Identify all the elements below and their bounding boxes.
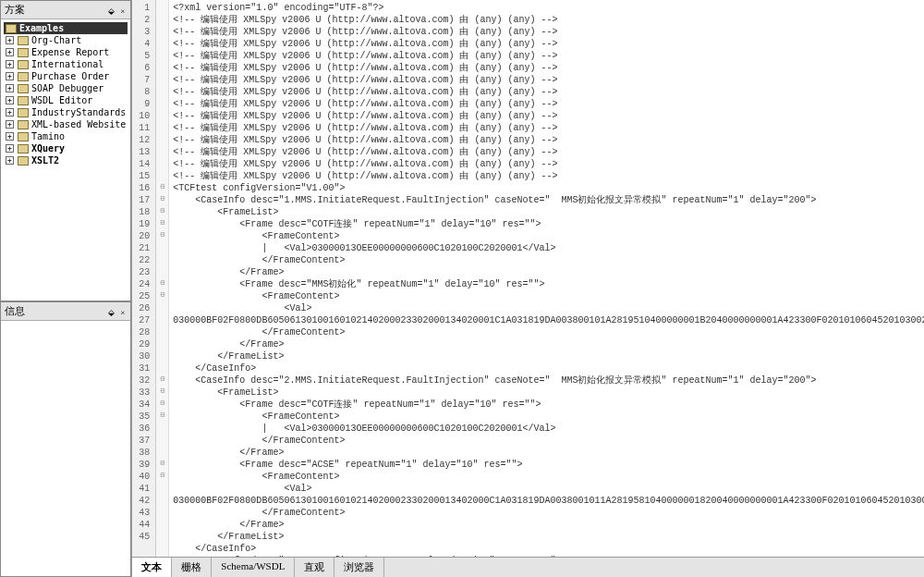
code-line[interactable]: <FrameContent> <box>173 471 924 483</box>
scheme-title: 方案 <box>5 3 25 17</box>
tab-4[interactable]: 浏览器 <box>334 558 384 577</box>
tree-item[interactable]: +IndustryStandards <box>4 106 128 118</box>
folder-icon <box>6 24 17 33</box>
expand-icon[interactable]: + <box>6 144 14 153</box>
code-line[interactable]: <FrameContent> <box>173 411 924 423</box>
tree-label: Org-Chart <box>31 35 81 45</box>
expand-icon[interactable]: + <box>6 120 14 129</box>
code-line[interactable]: </FrameContent> <box>173 254 924 266</box>
folder-icon <box>18 120 29 129</box>
close-icon[interactable]: × <box>118 6 127 16</box>
tab-2[interactable]: Schema/WSDL <box>212 558 295 577</box>
code-line[interactable]: <!-- 编辑使用 XMLSpy v2006 U (http://www.alt… <box>173 62 924 74</box>
code-line[interactable]: <!-- 编辑使用 XMLSpy v2006 U (http://www.alt… <box>173 14 924 26</box>
tree-label: Expense Report <box>31 47 109 57</box>
tree-root[interactable]: Examples <box>4 22 128 34</box>
code-line[interactable]: </Frame> <box>173 519 924 531</box>
code-line[interactable]: </CaseInfo> <box>173 543 924 555</box>
code-line[interactable]: <FrameContent> <box>173 290 924 302</box>
code-line[interactable]: 030000BF02F0800DB60506130100160102140200… <box>173 314 924 326</box>
code-line[interactable]: <FrameList> <box>173 206 924 218</box>
code-line[interactable]: <?xml version="1.0" encoding="UTF-8"?> <box>173 2 924 14</box>
tree-item[interactable]: +XSLT2 <box>4 154 128 166</box>
code-line[interactable]: | <Val>03000013OEE00000000600C1020100C20… <box>173 423 924 435</box>
code-line[interactable]: <!-- 编辑使用 XMLSpy v2006 U (http://www.alt… <box>173 86 924 98</box>
tree-item[interactable]: +XQuery <box>4 142 128 154</box>
code-line[interactable]: <Frame desc="MMS初始化" repeatNum="1" delay… <box>173 278 924 290</box>
tree-item[interactable]: +XML-based Website <box>4 118 128 130</box>
tab-3[interactable]: 直观 <box>295 558 334 577</box>
tree-item[interactable]: +International <box>4 58 128 70</box>
tree-label: International <box>31 59 103 69</box>
code-line[interactable]: <!-- 编辑使用 XMLSpy v2006 U (http://www.alt… <box>173 158 924 170</box>
expand-icon[interactable]: + <box>6 96 14 104</box>
expand-icon[interactable]: + <box>6 48 14 56</box>
tree-item[interactable]: +WSDL Editor <box>4 94 128 106</box>
code-line[interactable]: <Frame desc="COTF连接" repeatNum="1" delay… <box>173 218 924 230</box>
tree-item[interactable]: +Org-Chart <box>4 34 128 46</box>
pin-icon[interactable]: ⬙ <box>106 308 116 317</box>
code-line[interactable]: <Val> <box>173 302 924 314</box>
expand-icon[interactable]: + <box>6 108 14 117</box>
code-line[interactable]: <!-- 编辑使用 XMLSpy v2006 U (http://www.alt… <box>173 122 924 134</box>
code-line[interactable]: </FrameList> <box>173 531 924 543</box>
code-line[interactable]: <Val> <box>173 483 924 495</box>
folder-icon <box>18 132 29 141</box>
expand-icon[interactable]: + <box>6 36 14 44</box>
view-tabs[interactable]: 文本栅格Schema/WSDL直观浏览器 <box>132 557 924 577</box>
tree-item[interactable]: +SOAP Debugger <box>4 82 128 94</box>
code-line[interactable]: | <Val>03000013OEE00000000600C1020100C20… <box>173 242 924 254</box>
code-line[interactable]: <!-- 编辑使用 XMLSpy v2006 U (http://www.alt… <box>173 98 924 110</box>
project-tree[interactable]: Examples +Org-Chart+Expense Report+Inter… <box>1 19 130 301</box>
code-line[interactable]: 030000BF02F0800DB60506130100160102140200… <box>173 495 924 507</box>
tree-label: XML-based Website <box>31 119 126 129</box>
code-line[interactable]: <CaseInfo desc="1.MMS.InitiateRequest.Fa… <box>173 194 924 206</box>
tree-item[interactable]: +Expense Report <box>4 46 128 58</box>
code-line[interactable]: <Frame desc="COTF连接" repeatNum="1" delay… <box>173 399 924 411</box>
code-line[interactable]: </Frame> <box>173 338 924 350</box>
folder-icon <box>18 48 29 57</box>
expand-icon[interactable]: + <box>6 156 14 165</box>
folder-icon <box>18 144 29 153</box>
tree-label: Purchase Order <box>31 71 109 81</box>
code-line[interactable]: </FrameContent> <box>173 435 924 447</box>
tree-item[interactable]: +Purchase Order <box>4 70 128 82</box>
folder-icon <box>18 72 29 81</box>
expand-icon[interactable]: + <box>6 132 14 141</box>
folder-icon <box>18 36 29 45</box>
code-line[interactable]: </Frame> <box>173 447 924 459</box>
folder-icon <box>18 84 29 93</box>
expand-icon[interactable]: + <box>6 72 14 80</box>
code-line[interactable]: <!-- 编辑使用 XMLSpy v2006 U (http://www.alt… <box>173 170 924 182</box>
code-line[interactable]: </Frame> <box>173 266 924 278</box>
code-line[interactable]: <Frame desc="ACSE" repeatNum="1" delay="… <box>173 459 924 471</box>
code-line[interactable]: </FrameContent> <box>173 326 924 338</box>
code-line[interactable]: <!-- 编辑使用 XMLSpy v2006 U (http://www.alt… <box>173 50 924 62</box>
close-icon[interactable]: × <box>118 308 127 317</box>
code-content[interactable]: <?xml version="1.0" encoding="UTF-8"?><!… <box>169 0 924 557</box>
expand-icon[interactable]: + <box>6 84 14 92</box>
code-line[interactable]: <FrameList> <box>173 387 924 399</box>
code-line[interactable]: <FrameContent> <box>173 230 924 242</box>
code-editor[interactable]: 1234567891011121314151617181920212223242… <box>132 0 924 557</box>
code-line[interactable]: <!-- 编辑使用 XMLSpy v2006 U (http://www.alt… <box>173 26 924 38</box>
code-line[interactable]: <CaseInfo desc="2.MMS.InitiateRequest.Fa… <box>173 374 924 387</box>
fold-column[interactable]: ⊟⊟⊟⊟⊟⊟⊟⊟⊟⊟⊟⊟⊟⊟ <box>156 0 169 557</box>
expand-icon[interactable]: + <box>6 60 14 68</box>
code-line[interactable]: </FrameContent> <box>173 507 924 519</box>
tab-1[interactable]: 栅格 <box>172 558 212 577</box>
code-line[interactable]: <!-- 编辑使用 XMLSpy v2006 U (http://www.alt… <box>173 110 924 122</box>
scheme-panel: 方案 ⬙ × Examples +Org-Chart+Expense Repor… <box>0 0 131 301</box>
code-line[interactable]: </FrameList> <box>173 350 924 362</box>
code-line[interactable]: <!-- 编辑使用 XMLSpy v2006 U (http://www.alt… <box>173 74 924 86</box>
code-line[interactable]: <!-- 编辑使用 XMLSpy v2006 U (http://www.alt… <box>173 146 924 158</box>
code-line[interactable]: </CaseInfo> <box>173 362 924 374</box>
code-line[interactable]: <!-- 编辑使用 XMLSpy v2006 U (http://www.alt… <box>173 38 924 50</box>
code-line[interactable]: <!-- 编辑使用 XMLSpy v2006 U (http://www.alt… <box>173 134 924 146</box>
tree-item[interactable]: +Tamino <box>4 130 128 142</box>
code-line[interactable]: <TCFtest configVersion="V1.00"> <box>173 182 924 194</box>
tab-0[interactable]: 文本 <box>132 558 172 577</box>
pin-icon[interactable]: ⬙ <box>106 6 116 16</box>
folder-icon <box>18 156 29 166</box>
info-title: 信息 <box>5 304 25 318</box>
